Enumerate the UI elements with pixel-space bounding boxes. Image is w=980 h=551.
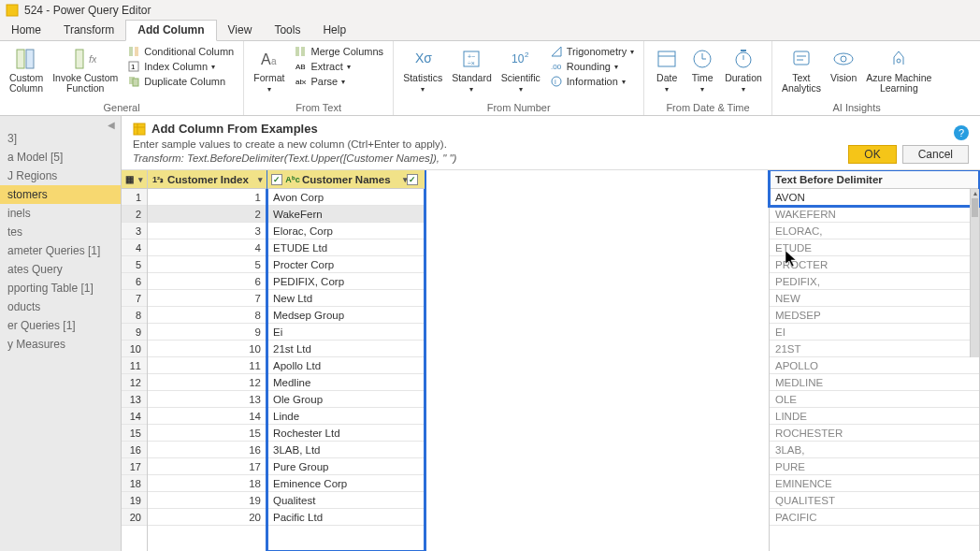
chevron-down-icon[interactable]: ▾ <box>138 175 143 184</box>
result-cell[interactable]: EI <box>770 324 979 341</box>
cell-name[interactable]: Eminence Corp <box>267 475 425 492</box>
date-button[interactable]: Date▾ <box>652 44 682 96</box>
result-cell[interactable]: PROCTER <box>770 256 979 273</box>
result-cell[interactable]: AVON <box>770 189 979 206</box>
row-number[interactable]: 3 <box>122 223 147 239</box>
menu-tab-tools[interactable]: Tools <box>263 21 311 40</box>
cell-index[interactable]: 2 <box>148 206 267 223</box>
sidebar-item[interactable]: tes <box>0 223 121 241</box>
row-number[interactable]: 13 <box>122 391 147 408</box>
row-number[interactable]: 16 <box>122 442 147 458</box>
sidebar-item[interactable]: 3] <box>0 129 121 148</box>
row-number-header[interactable]: ▦▾ <box>122 170 147 189</box>
ok-button[interactable]: OK <box>848 145 896 164</box>
trigonometry-button[interactable]: Trigonometry ▾ <box>548 44 636 59</box>
row-number[interactable]: 15 <box>122 425 147 442</box>
cancel-button[interactable]: Cancel <box>902 145 969 164</box>
cell-index[interactable]: 1 <box>148 189 267 206</box>
invoke-custom-function-button[interactable]: fx Invoke CustomFunction <box>50 44 120 95</box>
cell-name[interactable]: Apollo Ltd <box>267 357 425 374</box>
result-cell[interactable]: PURE <box>770 458 979 475</box>
sidebar-item[interactable]: pporting Table [1] <box>0 279 121 297</box>
row-number[interactable]: 4 <box>122 239 147 256</box>
custom-column-button[interactable]: CustomColumn <box>7 44 45 95</box>
column-header-names[interactable]: ✓ Aᵇc Customer Names ▾ ✓ <box>267 170 425 189</box>
result-cell[interactable]: 21ST <box>770 341 979 357</box>
row-number[interactable]: 1 <box>122 189 147 206</box>
column-checkbox[interactable]: ✓ <box>271 174 282 185</box>
cell-name[interactable]: ETUDE Ltd <box>267 239 425 256</box>
sidebar-item[interactable]: stomers <box>0 185 121 204</box>
result-cell[interactable]: LINDE <box>770 408 979 425</box>
cell-index[interactable]: 4 <box>148 239 267 256</box>
cell-name[interactable]: Pure Group <box>267 458 425 475</box>
parse-button[interactable]: abcParse ▾ <box>292 74 385 89</box>
cell-name[interactable]: Pacific Ltd <box>267 509 425 526</box>
row-number[interactable]: 19 <box>122 492 147 509</box>
cell-index[interactable]: 8 <box>148 307 267 324</box>
cell-index[interactable]: 17 <box>148 458 267 475</box>
column-checkbox-2[interactable]: ✓ <box>407 174 418 185</box>
menu-tab-transform[interactable]: Transform <box>52 21 125 40</box>
information-button[interactable]: iInformation ▾ <box>548 74 636 89</box>
cell-name[interactable]: Elorac, Corp <box>267 223 425 239</box>
row-number[interactable]: 20 <box>122 509 147 526</box>
cell-index[interactable]: 16 <box>148 442 267 458</box>
cell-name[interactable]: Qualitest <box>267 492 425 509</box>
sidebar-item[interactable]: er Queries [1] <box>0 316 121 335</box>
cell-index[interactable]: 9 <box>148 324 267 341</box>
row-number[interactable]: 17 <box>122 458 147 475</box>
conditional-column-button[interactable]: Conditional Column <box>125 44 236 59</box>
cell-name[interactable]: Ole Group <box>267 391 425 408</box>
duration-button[interactable]: Duration▾ <box>723 44 764 96</box>
cell-name[interactable]: 21st Ltd <box>267 341 425 357</box>
menu-tab-help[interactable]: Help <box>311 21 357 40</box>
cell-index[interactable]: 3 <box>148 223 267 239</box>
sidebar-item[interactable]: inels <box>0 204 121 223</box>
merge-columns-button[interactable]: Merge Columns <box>292 44 385 59</box>
cell-name[interactable]: WakeFern <box>267 206 425 223</box>
cell-index[interactable]: 11 <box>148 357 267 374</box>
sidebar-item[interactable]: ates Query <box>0 260 121 279</box>
vision-button[interactable]: Vision <box>829 44 858 85</box>
row-number[interactable]: 8 <box>122 307 147 324</box>
row-number[interactable]: 5 <box>122 256 147 273</box>
cell-index[interactable]: 10 <box>148 341 267 357</box>
result-cell[interactable]: QUALITEST <box>770 492 979 509</box>
result-cell[interactable]: 3LAB, <box>770 442 979 458</box>
collapse-icon[interactable]: ◀ <box>108 120 115 130</box>
cell-index[interactable]: 15 <box>148 425 267 442</box>
index-column-button[interactable]: 1Index Column ▾ <box>125 59 236 74</box>
scientific-button[interactable]: 102Scientific▾ <box>499 44 542 96</box>
result-cell[interactable]: PEDIFIX, <box>770 273 979 290</box>
cell-index[interactable]: 7 <box>148 290 267 307</box>
cell-name[interactable]: Avon Corp <box>267 189 425 206</box>
extract-button[interactable]: ABCExtract ▾ <box>292 59 385 74</box>
result-cell[interactable]: ETUDE <box>770 239 979 256</box>
row-number[interactable]: 10 <box>122 341 147 357</box>
menu-tab-add-column[interactable]: Add Column <box>125 20 216 41</box>
column-header-index[interactable]: 1²₃ Customer Index ▾ <box>148 170 267 189</box>
rounding-button[interactable]: .00Rounding ▾ <box>548 59 636 74</box>
statistics-button[interactable]: XσStatistics▾ <box>401 44 444 96</box>
result-cell[interactable]: MEDSEP <box>770 307 979 324</box>
cell-name[interactable]: 3LAB, Ltd <box>267 442 425 458</box>
sidebar-item[interactable]: J Regions <box>0 167 121 185</box>
format-button[interactable]: Aa Format▾ <box>252 44 286 96</box>
cell-index[interactable]: 19 <box>148 492 267 509</box>
scrollbar-thumb[interactable] <box>972 198 978 217</box>
time-button[interactable]: Time▾ <box>687 44 717 96</box>
result-cell[interactable]: APOLLO <box>770 357 979 374</box>
duplicate-column-button[interactable]: Duplicate Column <box>125 74 236 89</box>
result-cell[interactable]: NEW <box>770 290 979 307</box>
menu-tab-view[interactable]: View <box>217 21 264 40</box>
cell-name[interactable]: Linde <box>267 408 425 425</box>
row-number[interactable]: 11 <box>122 357 147 374</box>
sidebar-item[interactable]: oducts <box>0 297 121 316</box>
result-cell[interactable]: OLE <box>770 391 979 408</box>
cell-name[interactable]: Rochester Ltd <box>267 425 425 442</box>
text-analytics-button[interactable]: TextAnalytics <box>780 44 823 95</box>
cell-name[interactable]: PEDIFIX, Corp <box>267 273 425 290</box>
sidebar-item[interactable]: y Measures <box>0 335 121 354</box>
row-number[interactable]: 6 <box>122 273 147 290</box>
